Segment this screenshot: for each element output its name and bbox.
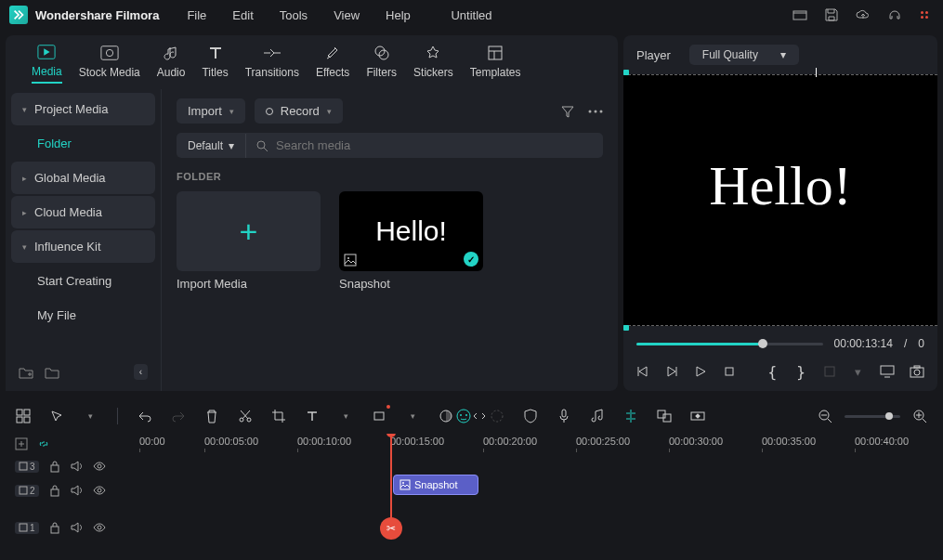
chevron-down-icon[interactable]: ▾ (851, 363, 865, 380)
track-headers: 3 2 1 (9, 434, 130, 540)
new-folder-icon[interactable] (19, 366, 33, 379)
cut-icon[interactable] (237, 408, 254, 424)
lock-icon[interactable] (48, 521, 61, 534)
workspace: Media Stock Media Audio Titles Transitio… (0, 30, 943, 397)
tab-label: Titles (202, 66, 228, 79)
zoom-out-icon[interactable] (817, 408, 833, 424)
quality-dropdown[interactable]: Full Quality▾ (689, 45, 799, 65)
zoom-in-icon[interactable] (911, 408, 928, 424)
apps-icon[interactable] (919, 7, 934, 22)
mic-icon[interactable] (556, 408, 572, 424)
add-track-icon[interactable] (15, 437, 28, 450)
import-dropdown[interactable]: Import▾ (177, 98, 245, 124)
menu-file[interactable]: File (187, 8, 206, 22)
chevron-down-icon[interactable]: ▾ (404, 408, 421, 424)
mute-icon[interactable] (71, 522, 84, 533)
track-manager-icon[interactable] (15, 408, 32, 424)
color-icon[interactable] (438, 408, 454, 424)
svg-rect-7 (489, 46, 502, 59)
timeline-tracks[interactable]: 00:00 00:00:05:00 00:00:10:00 00:00:15:0… (130, 434, 934, 540)
tab-media[interactable]: Media (32, 43, 62, 84)
lock-icon[interactable] (48, 460, 61, 473)
sidebar-cloud-media[interactable]: ▸Cloud Media (11, 196, 155, 228)
redo-icon[interactable] (170, 408, 187, 424)
track-badge[interactable]: 1 (15, 522, 39, 534)
tab-titles[interactable]: Titles (202, 44, 228, 83)
menu-view[interactable]: View (334, 8, 360, 22)
visibility-icon[interactable] (93, 486, 106, 495)
track-badge[interactable]: 2 (15, 485, 39, 497)
preview-viewport[interactable]: Hello! (623, 74, 937, 326)
tab-effects[interactable]: Effects (316, 44, 349, 83)
chevron-down-icon[interactable]: ▾ (337, 408, 354, 424)
crop-icon[interactable] (823, 363, 837, 380)
crop-tool-icon[interactable] (270, 408, 287, 424)
group-icon[interactable] (656, 408, 673, 424)
music-icon[interactable] (589, 408, 606, 424)
filter-icon[interactable] (560, 104, 575, 119)
folder-icon[interactable] (45, 366, 59, 379)
import-media-tile[interactable]: + Import Media (177, 191, 321, 291)
play-icon[interactable] (694, 363, 708, 380)
tab-stock[interactable]: Stock Media (79, 44, 140, 83)
visibility-icon[interactable] (93, 523, 106, 532)
text-tool-icon[interactable] (304, 408, 321, 424)
cloud-icon[interactable] (856, 7, 871, 22)
select-tool-icon[interactable] (48, 408, 65, 424)
tab-audio[interactable]: Audio (157, 44, 186, 83)
menu-help[interactable]: Help (386, 8, 411, 22)
menu-edit[interactable]: Edit (232, 8, 253, 22)
ai-icon[interactable] (455, 408, 472, 424)
timeline-clip-snapshot[interactable]: Snapshot (393, 475, 478, 495)
undo-icon[interactable] (137, 408, 153, 424)
sidebar-my-file[interactable]: My File (11, 299, 155, 332)
track-badge[interactable]: 3 (15, 461, 39, 473)
mute-icon[interactable] (71, 485, 84, 496)
keyframe-icon[interactable] (689, 408, 706, 424)
next-frame-icon[interactable] (665, 363, 679, 380)
lock-icon[interactable] (48, 484, 61, 497)
mark-out-icon[interactable]: } (794, 363, 808, 380)
progress-slider[interactable] (636, 343, 823, 345)
chevron-down-icon[interactable]: ▾ (82, 408, 98, 424)
zoom-slider[interactable] (845, 415, 900, 418)
link-icon[interactable] (37, 437, 50, 450)
sidebar-start-creating[interactable]: Start Creating (11, 265, 155, 297)
prev-frame-icon[interactable] (636, 363, 650, 380)
stop-icon[interactable] (722, 363, 736, 380)
timeline-panel: ▾ ▾ ▾ (0, 397, 943, 554)
mark-in-icon[interactable]: { (766, 363, 779, 380)
shield-icon[interactable] (522, 408, 539, 424)
tab-stickers[interactable]: Stickers (413, 44, 453, 83)
more-icon[interactable] (588, 110, 603, 113)
snapshot-icon[interactable] (910, 363, 924, 380)
aspect-icon[interactable] (371, 408, 387, 424)
timeline-ruler[interactable]: 00:00 00:00:05:00 00:00:10:00 00:00:15:0… (130, 434, 934, 454)
support-icon[interactable] (887, 7, 902, 22)
sidebar-influence-kit[interactable]: ▾Influence Kit (11, 230, 155, 263)
mask-icon[interactable] (489, 408, 505, 424)
menu-tools[interactable]: Tools (280, 8, 308, 22)
save-icon[interactable] (824, 7, 839, 22)
sort-dropdown[interactable]: Default▾ (177, 134, 246, 158)
sidebar-project-media[interactable]: ▾Project Media (11, 93, 155, 125)
collapse-sidebar-icon[interactable]: ‹ (134, 364, 148, 380)
delete-icon[interactable] (203, 408, 220, 424)
display-icon[interactable] (880, 363, 895, 380)
record-dropdown[interactable]: Record▾ (255, 98, 343, 124)
layout-icon[interactable] (792, 7, 807, 22)
svg-rect-52 (20, 462, 27, 470)
align-icon[interactable] (622, 408, 639, 424)
search-input[interactable] (276, 138, 594, 152)
visibility-icon[interactable] (93, 462, 106, 471)
svg-point-32 (457, 410, 470, 423)
sidebar-folder[interactable]: Folder (11, 127, 155, 160)
sidebar-global-media[interactable]: ▸Global Media (11, 162, 155, 194)
tab-templates[interactable]: Templates (470, 44, 521, 83)
mute-icon[interactable] (71, 461, 84, 472)
track-header-1: 1 (9, 515, 130, 540)
snapshot-tile[interactable]: Hello! ✓ Snapshot (339, 191, 483, 291)
playhead[interactable] (390, 434, 392, 540)
tab-filters[interactable]: Filters (366, 44, 397, 83)
tab-transitions[interactable]: Transitions (245, 44, 299, 83)
